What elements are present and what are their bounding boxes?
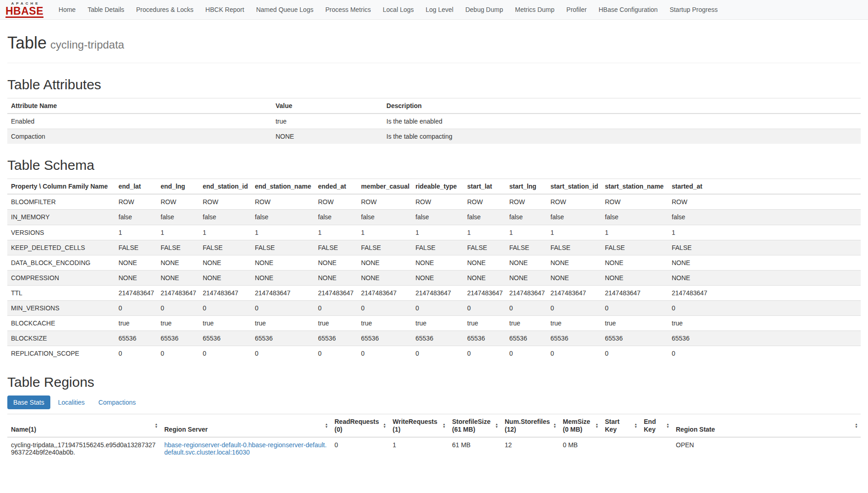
table-regions: Name(1)▲▼Region Server▲▼ReadRequests (0)… [7, 414, 861, 459]
nav-item-profiler[interactable]: Profiler [561, 6, 593, 13]
schema-row-blockcache: BLOCKCACHEtruetruetruetruetruetruetruetr… [7, 316, 861, 331]
schema-value-cell: 0 [199, 346, 251, 361]
regions-col-label: WriteRequests (1) [393, 418, 437, 433]
schema-row-ttl: TTL2147483647214748364721474836472147483… [7, 285, 861, 300]
nav-item-metrics-dump[interactable]: Metrics Dump [509, 6, 560, 13]
regions-header-row: Name(1)▲▼Region Server▲▼ReadRequests (0)… [7, 414, 861, 437]
nav-item-debug-dump[interactable]: Debug Dump [459, 6, 509, 13]
schema-value-cell: 0 [506, 346, 547, 361]
schema-value-cell: FALSE [412, 240, 464, 255]
region-cell-name: cycling-tripdata,,1719475156245.e95d0a13… [7, 437, 161, 460]
schema-row-blocksize: BLOCKSIZE6553665536655366553665536655366… [7, 331, 861, 346]
schema-value-cell: 1 [199, 225, 251, 240]
regions-col-num-storefiles-12[interactable]: Num.Storefiles (12)▲▼ [501, 414, 559, 437]
tab-localities[interactable]: Localities [52, 395, 91, 409]
schema-value-cell: FALSE [601, 240, 668, 255]
schema-property-name: BLOOMFILTER [7, 194, 115, 210]
schema-value-cell: 0 [547, 301, 601, 316]
schema-value-cell: NONE [157, 270, 199, 285]
sort-icon: ▲▼ [325, 423, 328, 428]
schema-value-cell: 2147483647 [115, 285, 157, 300]
sort-desc-arrow: ▼ [666, 426, 669, 428]
schema-family-end-station-name: end_station_name [251, 179, 314, 195]
schema-value-cell: ROW [314, 194, 357, 210]
schema-body: BLOOMFILTERROWROWROWROWROWROWROWROWROWRO… [7, 194, 861, 361]
schema-value-cell: false [314, 210, 357, 225]
schema-value-cell: NONE [668, 255, 861, 270]
schema-family-end-lat: end_lat [115, 179, 157, 195]
schema-value-cell: 2147483647 [157, 285, 199, 300]
sort-desc-arrow: ▼ [155, 426, 158, 428]
schema-value-cell: 0 [668, 346, 861, 361]
sort-icon: ▲▼ [595, 423, 598, 428]
schema-value-cell: 1 [115, 225, 157, 240]
regions-col-end-key[interactable]: End Key▲▼ [640, 414, 672, 437]
schema-value-cell: NONE [199, 255, 251, 270]
nav-item-procedures-locks[interactable]: Procedures & Locks [130, 6, 199, 13]
sort-desc-arrow: ▼ [325, 426, 328, 428]
tab-base-stats[interactable]: Base Stats [7, 395, 50, 409]
nav-item-log-level[interactable]: Log Level [420, 6, 459, 13]
nav-item-local-logs[interactable]: Local Logs [377, 6, 420, 13]
schema-value-cell: true [506, 316, 547, 331]
region-cell-sfsize: 61 MB [448, 437, 501, 460]
regions-col-label: End Key [644, 418, 656, 433]
schema-value-cell: ROW [115, 194, 157, 210]
regions-col-name-1[interactable]: Name(1)▲▼ [7, 414, 161, 437]
sort-desc-arrow: ▼ [855, 426, 858, 428]
schema-value-cell: 1 [357, 225, 412, 240]
regions-col-region-state[interactable]: Region State▲▼ [672, 414, 861, 437]
attr-col-attribute-name: Attribute Name [7, 98, 272, 114]
nav-item-table-details[interactable]: Table Details [81, 6, 130, 13]
schema-value-cell: 65536 [314, 331, 357, 346]
regions-col-memsize-0-mb[interactable]: MemSize (0 MB)▲▼ [559, 414, 601, 437]
schema-value-cell: true [199, 316, 251, 331]
schema-row-data-block-encoding: DATA_BLOCK_ENCODINGNONENONENONENONENONEN… [7, 255, 861, 270]
schema-value-cell: 1 [668, 225, 861, 240]
schema-value-cell: ROW [506, 194, 547, 210]
sort-icon: ▲▼ [155, 423, 158, 428]
schema-value-cell: NONE [601, 255, 668, 270]
schema-value-cell: ROW [412, 194, 464, 210]
schema-value-cell: NONE [251, 255, 314, 270]
region-tabs: Base StatsLocalitiesCompactions [7, 395, 861, 409]
schema-value-cell: ROW [199, 194, 251, 210]
schema-row-in-memory: IN_MEMORYfalsefalsefalsefalsefalsefalsef… [7, 210, 861, 225]
sort-desc-arrow: ▼ [442, 426, 446, 428]
page-subtitle: cycling-tripdata [50, 38, 124, 51]
nav-item-hbase-configuration[interactable]: HBase Configuration [593, 6, 663, 13]
schema-family-ended-at: ended_at [314, 179, 357, 195]
nav-item-hbck-report[interactable]: HBCK Report [199, 6, 250, 13]
schema-value-cell: true [547, 316, 601, 331]
schema-value-cell: false [464, 210, 506, 225]
hbase-logo[interactable]: APACHE HBASE [4, 0, 45, 19]
nav-item-startup-progress[interactable]: Startup Progress [663, 6, 723, 13]
attribute-cell: true [272, 114, 383, 129]
nav-item-named-queue-logs[interactable]: Named Queue Logs [250, 6, 319, 13]
region-cell-state: OPEN [672, 437, 861, 460]
region-cell-server: hbase-regionserver-default-0.hbase-regio… [161, 437, 331, 460]
sort-icon: ▲▼ [495, 423, 498, 428]
page-content: Tablecycling-tripdata Table Attributes A… [0, 33, 868, 478]
schema-family-end-lng: end_lng [157, 179, 199, 195]
regions-col-label: MemSize (0 MB) [563, 418, 590, 433]
regions-col-writerequests-1[interactable]: WriteRequests (1)▲▼ [389, 414, 448, 437]
regions-col-start-key[interactable]: Start Key▲▼ [601, 414, 640, 437]
nav-item-home[interactable]: Home [53, 6, 81, 13]
regions-col-storefilesize-61-mb[interactable]: StorefileSize (61 MB)▲▼ [448, 414, 501, 437]
tab-compactions[interactable]: Compactions [92, 395, 142, 409]
regions-col-region-server[interactable]: Region Server▲▼ [161, 414, 331, 437]
schema-value-cell: NONE [115, 255, 157, 270]
nav-item-process-metrics[interactable]: Process Metrics [319, 6, 377, 13]
schema-value-cell: 2147483647 [199, 285, 251, 300]
schema-value-cell: NONE [199, 270, 251, 285]
region-server-link[interactable]: hbase-regionserver-default-0.hbase-regio… [164, 441, 327, 456]
schema-value-cell: 0 [251, 346, 314, 361]
schema-property-name: REPLICATION_SCOPE [7, 346, 115, 361]
regions-col-readrequests-0[interactable]: ReadRequests (0)▲▼ [331, 414, 389, 437]
schema-value-cell: false [115, 210, 157, 225]
schema-value-cell: 2147483647 [547, 285, 601, 300]
schema-value-cell: 1 [464, 225, 506, 240]
schema-value-cell: 0 [464, 346, 506, 361]
schema-value-cell: NONE [412, 270, 464, 285]
